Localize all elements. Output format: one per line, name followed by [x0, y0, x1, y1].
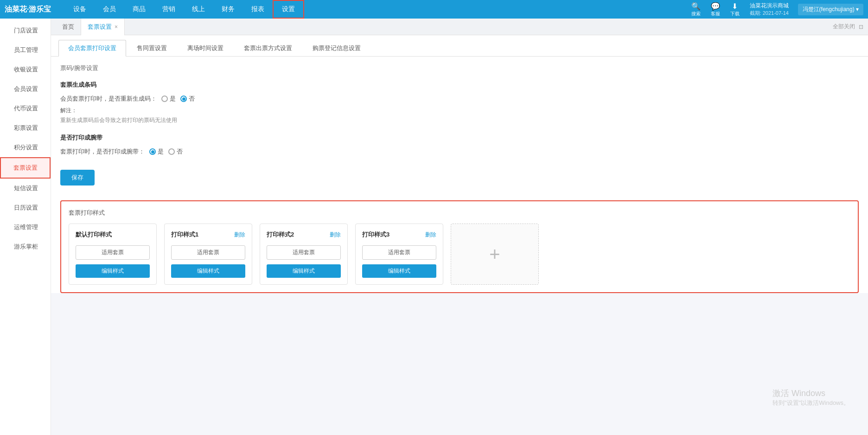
sidebar-item-store[interactable]: 门店设置 [0, 21, 51, 40]
print-card-default-apply[interactable]: 适用套票 [76, 245, 150, 260]
print-card-add[interactable]: + [451, 224, 539, 285]
print-card-3: 打印样式3 删除 适用套票 编辑样式 [355, 224, 443, 285]
print-card-1-edit[interactable]: 编辑样式 [171, 264, 245, 278]
search-icon-nav[interactable]: 🔍 搜索 [689, 2, 703, 17]
add-print-style-icon: + [489, 244, 500, 265]
print-card-default: 默认打印样式 适用套票 编辑样式 [69, 224, 157, 285]
sub-tab-purchase-info[interactable]: 购票登记信息设置 [303, 40, 370, 56]
tab-close-icon[interactable]: × [115, 24, 118, 30]
sub-tab-bar: 会员套票打印设置 售同置设置 离场时间设置 套票出票方式设置 购票登记信息设置 [51, 35, 868, 57]
expire-date: 截期: 2021-07-14 [750, 10, 789, 17]
print-card-default-name: 默认打印样式 [76, 230, 112, 239]
wristband-row: 套票打印时，是否打印成腕带： 是 否 [60, 147, 859, 156]
barcode-radio-no[interactable]: 否 [180, 95, 195, 103]
sidebar-item-ops[interactable]: 运维管理 [0, 218, 51, 237]
sidebar: 门店设置 员工管理 收银设置 会员设置 代币设置 彩票设置 积分设置 套票设置 … [0, 19, 51, 435]
print-card-2-edit[interactable]: 编辑样式 [267, 264, 341, 278]
wristband-radio-no[interactable]: 否 [168, 147, 183, 156]
print-card-3-name: 打印样式3 [362, 230, 389, 239]
nav-item-online[interactable]: 线上 [184, 0, 213, 19]
print-card-2-delete[interactable]: 删除 [330, 231, 341, 239]
user-menu[interactable]: 冯楚江(fengchujiang) ▾ [798, 4, 863, 15]
tab-bar: 首页 套票设置 × 全部关闭 ⊡ [51, 19, 868, 35]
nav-item-marketing[interactable]: 营销 [154, 0, 184, 19]
sidebar-item-lottery[interactable]: 彩票设置 [0, 118, 51, 138]
sidebar-item-sms[interactable]: 短信设置 [0, 179, 51, 198]
barcode-radio-yes[interactable]: 是 [161, 95, 176, 103]
main-content: 首页 套票设置 × 全部关闭 ⊡ 会员套票打印设置 售同置设置 离场时间设置 套… [51, 19, 868, 435]
print-card-3-delete[interactable]: 删除 [425, 231, 436, 239]
print-card-1-delete[interactable]: 删除 [234, 231, 245, 239]
sidebar-item-member[interactable]: 会员设置 [0, 79, 51, 99]
tab-ticket-settings[interactable]: 套票设置 × [81, 19, 125, 35]
barcode-group-title: 套票生成条码 [60, 81, 859, 89]
sidebar-item-staff[interactable]: 员工管理 [0, 40, 51, 60]
nav-item-report[interactable]: 报表 [243, 0, 273, 19]
wristband-row-label: 套票打印时，是否打印成腕带： [60, 147, 145, 156]
all-close-button[interactable]: 全部关闭 [833, 23, 855, 31]
ticket-settings-section: 票码/腕带设置 套票生成条码 会员套票打印时，是否重新生成码： 是 [51, 57, 868, 193]
sub-tab-departure-time[interactable]: 离场时间设置 [178, 40, 233, 56]
sidebar-item-cashier[interactable]: 收银设置 [0, 60, 51, 79]
barcode-row: 会员套票打印时，是否重新生成码： 是 否 [60, 95, 859, 103]
print-card-3-apply[interactable]: 适用套票 [362, 245, 436, 260]
wristband-group: 是否打印成腕带 套票打印时，是否打印成腕带： 是 否 [60, 134, 859, 156]
sub-tab-member-print[interactable]: 会员套票打印设置 [58, 40, 126, 57]
store-name: 油菜花演示商城 [750, 2, 789, 10]
barcode-note-label: 解注： [60, 107, 859, 115]
section-title: 票码/腕带设置 [60, 64, 859, 74]
print-card-1: 打印样式1 删除 适用套票 编辑样式 [164, 224, 252, 285]
nav-item-member[interactable]: 会员 [95, 0, 124, 19]
restore-icon[interactable]: ⊡ [859, 24, 863, 30]
wristband-radio-no-circle [168, 148, 175, 155]
nav-item-finance[interactable]: 财务 [213, 0, 243, 19]
nav-item-equipment[interactable]: 设备 [65, 0, 95, 19]
barcode-radio-no-circle [180, 96, 187, 102]
main-layout: 门店设置 员工管理 收银设置 会员设置 代币设置 彩票设置 积分设置 套票设置 … [0, 19, 868, 435]
print-card-2-name: 打印样式2 [267, 230, 294, 239]
wristband-group-title: 是否打印成腕带 [60, 134, 859, 142]
wristband-radio-group: 是 否 [149, 147, 183, 156]
sub-tab-tongbi[interactable]: 售同置设置 [127, 40, 177, 56]
print-style-section: 套票打印样式 默认打印样式 适用套票 编辑样式 打印样式1 [60, 200, 859, 293]
barcode-radio-yes-circle [161, 96, 168, 102]
print-card-default-edit[interactable]: 编辑样式 [76, 264, 150, 278]
nav-item-product[interactable]: 商品 [124, 0, 154, 19]
print-card-1-apply[interactable]: 适用套票 [171, 245, 245, 260]
sidebar-item-points[interactable]: 积分设置 [0, 138, 51, 157]
sidebar-item-calendar[interactable]: 日历设置 [0, 198, 51, 218]
service-icon-nav[interactable]: 💬 客服 [708, 2, 723, 17]
top-nav-right: 🔍 搜索 💬 客服 ⬇ 下载 油菜花演示商城 截期: 2021-07-14 冯楚… [689, 2, 863, 17]
content-area: 会员套票打印设置 售同置设置 离场时间设置 套票出票方式设置 购票登记信息设置 … [51, 35, 868, 293]
barcode-group: 套票生成条码 会员套票打印时，是否重新生成码： 是 否 [60, 81, 859, 124]
barcode-radio-group: 是 否 [161, 95, 195, 103]
app-logo: 油菜花·游乐宝 [5, 5, 51, 14]
print-card-2-apply[interactable]: 适用套票 [267, 245, 341, 260]
print-card-2: 打印样式2 删除 适用套票 编辑样式 [260, 224, 348, 285]
print-cards-container: 默认打印样式 适用套票 编辑样式 打印样式1 删除 适用套票 编辑样式 [69, 224, 850, 285]
top-nav: 油菜花·游乐宝 设备 会员 商品 营销 线上 财务 报表 设置 🔍 搜索 💬 客… [0, 0, 868, 19]
sidebar-item-ticket[interactable]: 套票设置 [0, 157, 51, 179]
sidebar-item-cashier2[interactable]: 游乐掌柜 [0, 237, 51, 256]
wristband-radio-yes[interactable]: 是 [149, 147, 164, 156]
print-style-title: 套票打印样式 [69, 209, 850, 217]
nav-item-settings[interactable]: 设置 [273, 0, 304, 19]
sub-tab-print-method[interactable]: 套票出票方式设置 [234, 40, 302, 56]
tab-bar-right: 全部关闭 ⊡ [833, 23, 863, 31]
tab-home[interactable]: 首页 [56, 19, 81, 35]
barcode-row-label: 会员套票打印时，是否重新生成码： [60, 95, 157, 103]
download-icon-nav[interactable]: ⬇ 下载 [728, 2, 742, 17]
print-card-3-edit[interactable]: 编辑样式 [362, 264, 436, 278]
save-button[interactable]: 保存 [60, 170, 95, 186]
print-card-1-name: 打印样式1 [171, 230, 198, 239]
sidebar-item-token[interactable]: 代币设置 [0, 99, 51, 118]
top-nav-menu: 设备 会员 商品 营销 线上 财务 报表 设置 [65, 0, 688, 19]
barcode-note-text: 重新生成票码后会导致之前打印的票码无法使用 [60, 116, 859, 124]
wristband-radio-yes-circle [149, 148, 156, 155]
